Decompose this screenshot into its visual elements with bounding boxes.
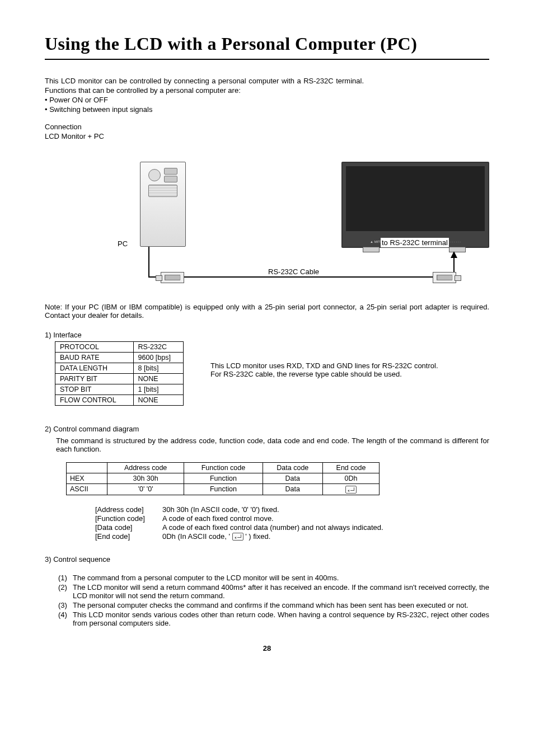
connection-heading: Connection xyxy=(45,123,489,131)
page-title: Using the LCD with a Personal Computer (… xyxy=(45,34,489,54)
page-number: 28 xyxy=(45,644,489,652)
note-paragraph: Note: If your PC (IBM or IBM compatible)… xyxy=(45,303,489,320)
intro-paragraph: This LCD monitor can be controlled by co… xyxy=(45,77,364,85)
control-sequence-heading: 3) Control sequence xyxy=(45,555,489,564)
intro-block: This LCD monitor can be controlled by co… xyxy=(45,77,489,140)
cable-label: RS-232C Cable xyxy=(266,267,321,276)
interface-notes: This LCD monitor uses RXD, TXD and GND l… xyxy=(210,341,438,378)
connection-diagram: PC ▲ MITSUBISHI· · · · · · · to RS-232C … xyxy=(45,157,489,297)
table-row: STOP BIT1 [bits] xyxy=(55,384,184,395)
pc-illustration xyxy=(140,162,186,247)
table-row: BAUD RATE9600 [bps] xyxy=(55,353,184,363)
enter-key-cell xyxy=(322,484,379,495)
table-row: Address code Function code Data code End… xyxy=(67,463,380,473)
cable-horizontal-line xyxy=(148,276,455,278)
command-diagram-heading: 2) Control command diagram xyxy=(45,425,489,433)
table-row: PROTOCOLRS-232C xyxy=(55,342,184,353)
table-row: HEX 30h 30h Function Data 0Dh xyxy=(67,473,380,484)
pc-label: PC xyxy=(118,240,128,248)
cable-vertical-line xyxy=(148,247,149,278)
list-item: (4)This LCD monitor sends various codes … xyxy=(58,611,489,627)
monitor-foot-left xyxy=(363,247,380,252)
enter-key-icon xyxy=(232,533,243,541)
rs232c-terminal-label: to RS-232C terminal xyxy=(381,238,449,247)
list-item: (2)The LCD monitor will send a return co… xyxy=(58,583,489,600)
list-item: (3)The personal computer checks the comm… xyxy=(58,601,489,609)
table-row: PARITY BITNONE xyxy=(55,374,184,384)
lcd-monitor-illustration: ▲ MITSUBISHI· · · · · · · xyxy=(341,162,489,248)
command-table: Address code Function code Data code End… xyxy=(66,462,380,495)
table-row: ASCII '0' '0' Function Data xyxy=(67,484,380,495)
list-item: (1)The command from a personal computer … xyxy=(58,574,489,582)
code-definitions: [Address code]30h 30h (In ASCII code, '0… xyxy=(95,505,489,541)
cable-connector-left xyxy=(161,272,184,283)
control-sequence-list: (1)The command from a personal computer … xyxy=(45,574,489,627)
command-diagram-paragraph: The command is structured by the address… xyxy=(56,436,489,453)
table-row: DATA LENGTH8 [bits] xyxy=(55,363,184,374)
interface-table: PROTOCOLRS-232C BAUD RATE9600 [bps] DATA… xyxy=(55,341,184,406)
interface-heading: 1) Interface xyxy=(45,331,489,339)
intro-bullet-1: • Power ON or OFF xyxy=(45,96,489,104)
intro-functions-lead: Functions that can be controlled by a pe… xyxy=(45,86,489,95)
table-row: FLOW CONTROLNONE xyxy=(55,395,184,406)
intro-bullet-2: • Switching between input signals xyxy=(45,105,489,114)
cable-connector-right xyxy=(433,272,456,283)
enter-key-icon xyxy=(345,486,357,494)
title-rule xyxy=(45,59,489,60)
connection-sub: LCD Monitor + PC xyxy=(45,132,489,140)
